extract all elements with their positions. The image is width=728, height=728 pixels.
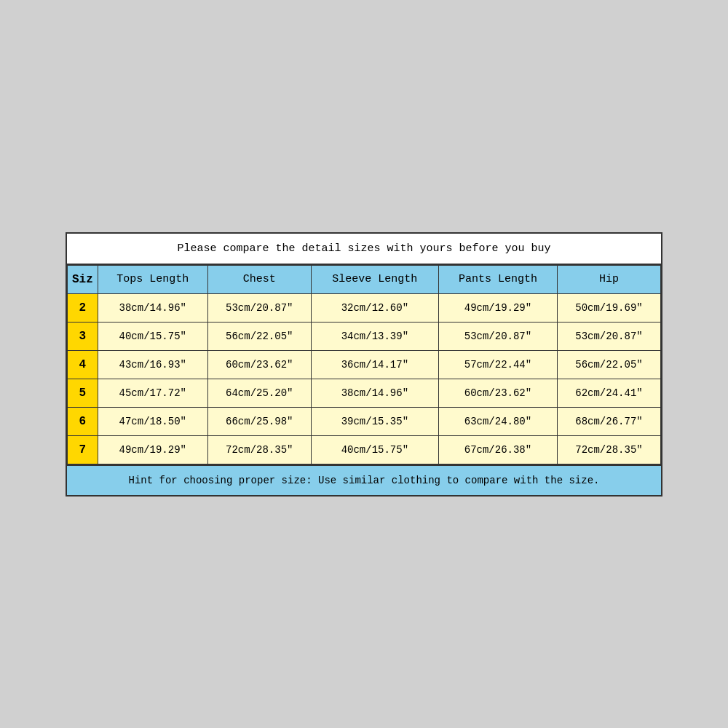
cell-hip-row5: 72cm/28.35″ — [557, 435, 660, 464]
cell-sleeve_length-row0: 32cm/12.60″ — [311, 293, 438, 322]
cell-size-row5: 7 — [68, 435, 98, 464]
cell-sleeve_length-row5: 40cm/15.75″ — [311, 435, 438, 464]
cell-size-row2: 4 — [68, 350, 98, 379]
cell-pants_length-row4: 63cm/24.80″ — [438, 407, 557, 435]
cell-chest-row5: 72cm/28.35″ — [207, 435, 311, 464]
table-row: 749cm/19.29″72cm/28.35″40cm/15.75″67cm/2… — [68, 435, 661, 464]
size-chart-container: Please compare the detail sizes with you… — [66, 232, 662, 496]
header-chest: Chest — [207, 265, 311, 293]
cell-chest-row0: 53cm/20.87″ — [207, 293, 311, 322]
cell-hip-row4: 68cm/26.77″ — [557, 407, 660, 435]
hint-text: Hint for choosing proper size: Use simil… — [67, 464, 661, 495]
header-sleeve-length: Sleeve Length — [311, 265, 438, 293]
table-row: 238cm/14.96″53cm/20.87″32cm/12.60″49cm/1… — [68, 293, 661, 322]
cell-hip-row3: 62cm/24.41″ — [557, 379, 660, 407]
table-row: 545cm/17.72″64cm/25.20″38cm/14.96″60cm/2… — [68, 379, 661, 407]
cell-pants_length-row1: 53cm/20.87″ — [438, 322, 557, 350]
cell-hip-row1: 53cm/20.87″ — [557, 322, 660, 350]
cell-tops_length-row0: 38cm/14.96″ — [98, 293, 207, 322]
cell-chest-row4: 66cm/25.98″ — [207, 407, 311, 435]
cell-sleeve_length-row4: 39cm/15.35″ — [311, 407, 438, 435]
cell-chest-row1: 56cm/22.05″ — [207, 322, 311, 350]
size-table: Siz Tops Length Chest Sleeve Length Pant… — [67, 265, 661, 464]
cell-sleeve_length-row1: 34cm/13.39″ — [311, 322, 438, 350]
cell-size-row0: 2 — [68, 293, 98, 322]
table-row: 340cm/15.75″56cm/22.05″34cm/13.39″53cm/2… — [68, 322, 661, 350]
header-size: Siz — [68, 265, 98, 293]
header-hip: Hip — [557, 265, 660, 293]
table-row: 647cm/18.50″66cm/25.98″39cm/15.35″63cm/2… — [68, 407, 661, 435]
table-row: 443cm/16.93″60cm/23.62″36cm/14.17″57cm/2… — [68, 350, 661, 379]
cell-pants_length-row0: 49cm/19.29″ — [438, 293, 557, 322]
cell-pants_length-row5: 67cm/26.38″ — [438, 435, 557, 464]
cell-tops_length-row1: 40cm/15.75″ — [98, 322, 207, 350]
cell-size-row3: 5 — [68, 379, 98, 407]
cell-tops_length-row2: 43cm/16.93″ — [98, 350, 207, 379]
cell-tops_length-row5: 49cm/19.29″ — [98, 435, 207, 464]
cell-pants_length-row3: 60cm/23.62″ — [438, 379, 557, 407]
cell-chest-row2: 60cm/23.62″ — [207, 350, 311, 379]
cell-hip-row0: 50cm/19.69″ — [557, 293, 660, 322]
cell-size-row1: 3 — [68, 322, 98, 350]
cell-chest-row3: 64cm/25.20″ — [207, 379, 311, 407]
cell-tops_length-row3: 45cm/17.72″ — [98, 379, 207, 407]
cell-sleeve_length-row2: 36cm/14.17″ — [311, 350, 438, 379]
header-pants-length: Pants Length — [438, 265, 557, 293]
cell-sleeve_length-row3: 38cm/14.96″ — [311, 379, 438, 407]
cell-tops_length-row4: 47cm/18.50″ — [98, 407, 207, 435]
header-tops-length: Tops Length — [98, 265, 207, 293]
chart-title: Please compare the detail sizes with you… — [67, 234, 661, 265]
cell-pants_length-row2: 57cm/22.44″ — [438, 350, 557, 379]
cell-hip-row2: 56cm/22.05″ — [557, 350, 660, 379]
cell-size-row4: 6 — [68, 407, 98, 435]
